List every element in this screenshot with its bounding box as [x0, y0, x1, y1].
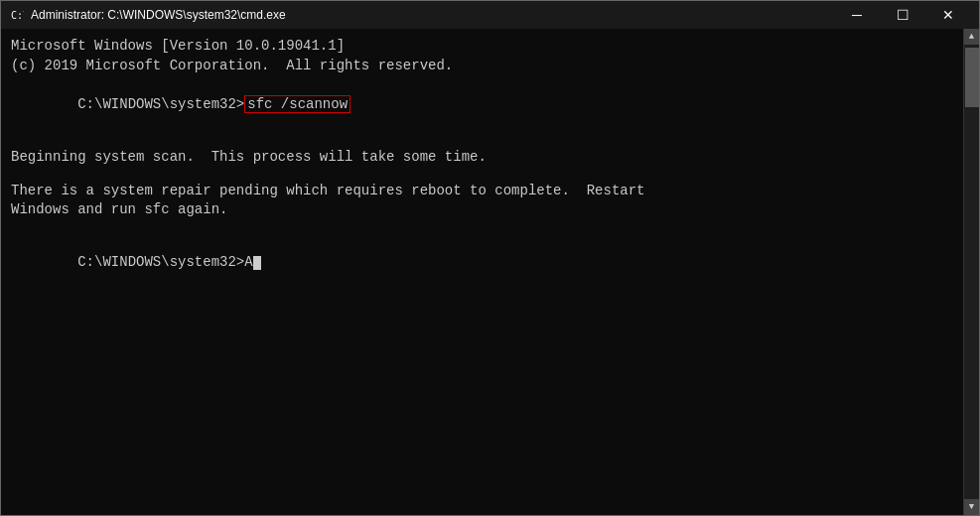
spacer-3	[11, 220, 953, 234]
scroll-up-button[interactable]: ▲	[964, 29, 980, 45]
window-title: Administrator: C:\WINDOWS\system32\cmd.e…	[31, 8, 834, 22]
command-highlight: sfc /scannow	[244, 95, 350, 113]
output-line-8: Windows and run sfc again.	[11, 200, 953, 220]
scrollbar: ▲ ▼	[963, 29, 979, 515]
prompt-1: C:\WINDOWS\system32>	[77, 96, 244, 112]
prompt-2: C:\WINDOWS\system32>	[77, 254, 244, 270]
output-line-7: There is a system repair pending which r…	[11, 182, 953, 201]
command-text: sfc /scannow	[247, 96, 348, 112]
terminal-output[interactable]: Microsoft Windows [Version 10.0.19041.1]…	[1, 29, 963, 515]
output-line-10: C:\WINDOWS\system32>A	[11, 234, 953, 293]
scroll-down-button[interactable]: ▼	[964, 499, 980, 515]
spacer-1	[11, 134, 953, 148]
content-area: Microsoft Windows [Version 10.0.19041.1]…	[1, 29, 979, 515]
title-bar: C:\ Administrator: C:\WINDOWS\system32\c…	[1, 1, 979, 29]
output-line-2: (c) 2019 Microsoft Corporation. All righ…	[11, 57, 953, 76]
cmd-icon: C:\	[9, 7, 25, 23]
svg-text:C:\: C:\	[11, 10, 24, 21]
spacer-2	[11, 168, 953, 182]
minimize-button[interactable]: ─	[834, 1, 880, 29]
maximize-button[interactable]: ☐	[880, 1, 925, 29]
output-line-5: Beginning system scan. This process will…	[11, 148, 953, 168]
cursor-blink	[253, 256, 261, 270]
scrollbar-track[interactable]	[964, 45, 979, 499]
cursor-char: A	[244, 254, 252, 270]
cmd-window: C:\ Administrator: C:\WINDOWS\system32\c…	[0, 0, 980, 516]
scrollbar-thumb[interactable]	[965, 48, 979, 107]
output-line-3: C:\WINDOWS\system32>sfc /scannow	[11, 75, 953, 134]
output-line-1: Microsoft Windows [Version 10.0.19041.1]	[11, 37, 953, 57]
close-button[interactable]: ✕	[925, 1, 971, 29]
window-controls: ─ ☐ ✕	[834, 1, 971, 29]
